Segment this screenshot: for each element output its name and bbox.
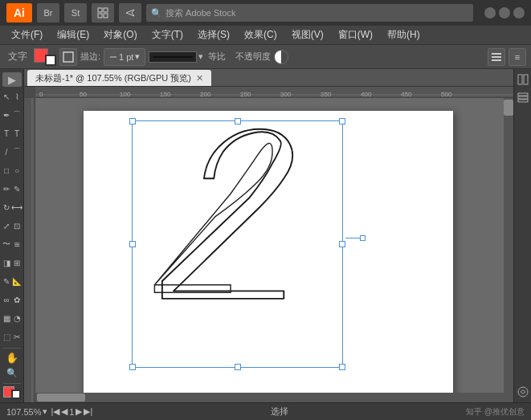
canvas-area[interactable]: 未标题-1* @ 107.55% (RGB/GPU 预览) ✕ 0 50 100… xyxy=(24,69,513,402)
tool-status: 选择 xyxy=(271,406,288,418)
menu-file[interactable]: 文件(F) xyxy=(5,27,49,43)
menu-view[interactable]: 视图(V) xyxy=(285,27,330,43)
menu-window[interactable]: 窗口(W) xyxy=(332,27,379,43)
svg-text:150: 150 xyxy=(160,91,171,98)
svg-rect-25 xyxy=(518,100,528,102)
fill-stroke-color[interactable] xyxy=(3,386,21,399)
svg-rect-22 xyxy=(524,75,528,84)
page-back-icon[interactable]: ◀ xyxy=(61,406,67,417)
svg-rect-24 xyxy=(518,96,528,99)
width-tool[interactable]: ≋ xyxy=(12,235,22,253)
stroke-input[interactable]: 1 pt ▾ xyxy=(104,48,145,66)
paintbrush-tool[interactable]: ✏ xyxy=(2,180,12,198)
rotate-tool[interactable]: ↻ xyxy=(2,198,12,216)
handle-bl[interactable] xyxy=(129,364,136,370)
svg-rect-6 xyxy=(492,56,501,58)
minimize-button[interactable]: — xyxy=(484,7,496,18)
column-graph-tool[interactable]: ▦ xyxy=(2,309,12,327)
vertical-scrollbar[interactable] xyxy=(504,98,513,402)
svg-text:300: 300 xyxy=(280,91,292,98)
menu-text[interactable]: 文字(T) xyxy=(145,27,190,43)
line-tool[interactable]: / xyxy=(2,143,12,161)
pen-tool[interactable]: ✒ xyxy=(2,106,12,124)
layers-button[interactable] xyxy=(516,90,530,104)
eyedropper-tool[interactable]: ✎ xyxy=(2,272,12,290)
hand-tool[interactable]: ✋ xyxy=(2,351,22,365)
scale-tool[interactable]: ⤢ xyxy=(2,217,12,234)
color-swatch[interactable] xyxy=(34,48,56,66)
align-btn[interactable] xyxy=(488,48,505,66)
reflect-tool[interactable]: ⟷ xyxy=(12,198,22,216)
pencil-tool[interactable]: ✎ xyxy=(12,180,22,198)
svg-rect-4 xyxy=(63,52,73,62)
handle-right-ext[interactable] xyxy=(360,235,366,241)
ruler-corner xyxy=(24,87,35,98)
hscroll-thumb[interactable] xyxy=(37,393,85,402)
page-number: 1 xyxy=(69,407,74,417)
vscroll-thumb[interactable] xyxy=(504,100,513,116)
menu-edit[interactable]: 编辑(E) xyxy=(51,27,96,43)
menu-object[interactable]: 对象(O) xyxy=(97,27,143,43)
pie-graph-tool[interactable]: ◔ xyxy=(12,309,22,327)
shear-tool[interactable]: ⊡ xyxy=(12,217,22,234)
bridge-icon[interactable]: Br xyxy=(37,3,59,22)
selection-tool[interactable]: ▶ xyxy=(2,72,22,87)
right-panel xyxy=(513,69,531,402)
svg-text:450: 450 xyxy=(401,91,412,98)
handle-br[interactable] xyxy=(339,364,345,370)
last-page-icon[interactable]: ▶| xyxy=(84,406,92,417)
tab-close-button[interactable]: ✕ xyxy=(196,73,203,84)
zoom-display[interactable]: 107.55% ▾ xyxy=(6,406,47,417)
rect-tool[interactable]: □ xyxy=(2,161,12,179)
stroke-label: 描边: xyxy=(80,51,100,63)
opacity-icon[interactable] xyxy=(274,50,288,64)
title-center: 🔍 搜索 Adobe Stock xyxy=(146,4,473,22)
title-bar: Ai Br St 🔍 搜索 Adobe Stock — ▭ ✕ xyxy=(0,0,531,26)
menu-help[interactable]: 帮助(H) xyxy=(381,27,427,43)
document-tab[interactable]: 未标题-1* @ 107.55% (RGB/GPU 预览) ✕ xyxy=(27,70,211,86)
lasso-tool[interactable]: ⌇ xyxy=(12,88,22,105)
page-forward-icon[interactable]: ▶ xyxy=(76,406,82,417)
restore-button[interactable]: ▭ xyxy=(499,7,510,18)
stroke-color-btn[interactable] xyxy=(59,48,77,66)
close-button[interactable]: ✕ xyxy=(513,7,525,18)
measure-tool[interactable]: 📐 xyxy=(12,272,22,290)
send-icon[interactable] xyxy=(119,3,141,22)
gradient-tool[interactable]: ◨ xyxy=(2,254,12,271)
svg-rect-1 xyxy=(104,8,108,12)
blend-tool[interactable]: ∞ xyxy=(2,291,12,308)
search-bar[interactable]: 🔍 搜索 Adobe Stock xyxy=(146,4,473,22)
curvature-tool[interactable]: ⌒ xyxy=(12,106,22,124)
layout-icon[interactable] xyxy=(92,3,114,22)
bounding-box-right-extension xyxy=(345,235,366,241)
arc-tool[interactable]: ⌒ xyxy=(12,143,22,161)
zoom-tool[interactable]: 🔍 xyxy=(2,366,22,381)
touch-text-tool[interactable]: T xyxy=(12,124,22,142)
svg-point-26 xyxy=(518,387,528,397)
handle-bm[interactable] xyxy=(235,364,241,370)
canvas-scroll[interactable]: 0 50 100 150 200 250 300 350 400 450 500 xyxy=(24,87,513,402)
svg-text:500: 500 xyxy=(441,91,452,98)
cc-libraries-button[interactable] xyxy=(516,385,530,399)
prev-page-icon[interactable]: |◀ xyxy=(51,406,59,417)
main-area: ▶ ↖ ⌇ ✒ ⌒ T T / ⌒ □ ○ ✏ ✎ ↻ ⟷ ⤢ xyxy=(0,69,531,402)
warp-tool[interactable]: 〜 xyxy=(2,235,12,253)
mesh-tool[interactable]: ⊞ xyxy=(12,254,22,271)
horizontal-scrollbar[interactable] xyxy=(35,393,504,402)
menu-btn[interactable]: ≡ xyxy=(509,48,526,66)
text-tool[interactable]: T xyxy=(2,124,12,142)
menu-effect[interactable]: 效果(C) xyxy=(238,27,284,43)
document-tabs: 未标题-1* @ 107.55% (RGB/GPU 预览) ✕ xyxy=(24,69,513,87)
zoom-dropdown-icon: ▾ xyxy=(43,406,47,417)
svg-text:50: 50 xyxy=(80,91,87,98)
zoom-value: 107.55% xyxy=(6,407,41,417)
svg-rect-7 xyxy=(492,59,501,61)
symbol-tool[interactable]: ✿ xyxy=(12,291,22,308)
artboard-tool[interactable]: ⬚ xyxy=(2,328,12,345)
stock-icon[interactable]: St xyxy=(64,3,87,22)
ellipse-tool[interactable]: ○ xyxy=(12,161,22,179)
slice-tool[interactable]: ✂ xyxy=(12,328,22,345)
menu-select[interactable]: 选择(S) xyxy=(191,27,236,43)
direct-select-tool[interactable]: ↖ xyxy=(2,88,12,105)
libraries-button[interactable] xyxy=(516,72,530,87)
